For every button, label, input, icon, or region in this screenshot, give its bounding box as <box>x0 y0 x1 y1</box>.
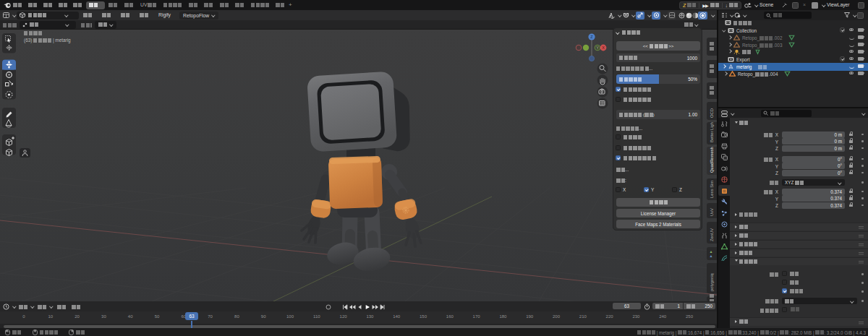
svg-text:X: X <box>602 46 605 50</box>
svg-text:Y: Y <box>596 46 599 50</box>
